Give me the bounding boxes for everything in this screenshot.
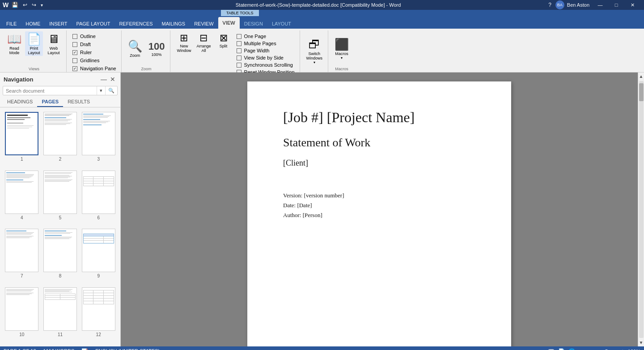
language[interactable]: ENGLISH (UNITED STATES) — [95, 348, 160, 350]
macros-button[interactable]: ⬛ Macros ▾ — [333, 37, 351, 61]
word-count: 1116 WORDS — [43, 348, 75, 350]
view-mode-web-icon[interactable]: 🌐 — [568, 348, 575, 350]
multiple-pages-check-icon — [237, 41, 242, 46]
tab-design[interactable]: DESIGN — [240, 19, 267, 29]
new-window-button[interactable]: ⊞ NewWindow — [175, 31, 193, 54]
zoom-button[interactable]: 🔍 Zoom — [126, 38, 144, 59]
read-mode-label: ReadMode — [9, 46, 20, 55]
multiple-pages-checkbox[interactable]: Multiple Pages — [235, 40, 296, 47]
page-thumb-9[interactable]: 9 — [81, 229, 116, 284]
document-page: [Job #] [Project Name] Statement of Work… — [247, 81, 511, 346]
one-page-checkbox[interactable]: One Page — [235, 33, 296, 39]
page-thumb-6[interactable]: 6 — [81, 171, 116, 226]
page-thumb-8[interactable]: 8 — [43, 229, 78, 284]
vertical-scrollbar[interactable]: ▲ ▼ — [638, 73, 644, 346]
nav-tab-pages[interactable]: PAGES — [37, 97, 63, 107]
page-width-checkbox[interactable]: Page Width — [235, 47, 296, 54]
spell-check-icon[interactable]: 📝 — [81, 348, 88, 350]
zoom-minus-button[interactable]: − — [579, 348, 582, 350]
zoom-plus-button[interactable]: + — [621, 348, 624, 350]
arrange-all-button[interactable]: ⊟ ArrangeAll — [195, 31, 212, 54]
read-mode-button[interactable]: 📖 ReadMode — [5, 31, 23, 56]
tab-mailings[interactable]: MAILINGS — [157, 19, 190, 29]
document-area[interactable]: [Job #] [Project Name] Statement of Work… — [121, 73, 638, 346]
page-thumb-12[interactable]: 12 — [81, 287, 116, 342]
page-thumb-11[interactable]: 11 — [43, 287, 78, 342]
tab-file[interactable]: FILE — [2, 19, 21, 29]
quick-access-undo[interactable]: ↩ — [21, 1, 29, 9]
side-by-side-checkbox[interactable]: View Side by Side — [235, 55, 296, 61]
page-thumb-1[interactable]: 1 — [4, 112, 39, 167]
help-icon[interactable]: ? — [547, 1, 553, 9]
read-mode-icon: 📖 — [7, 32, 21, 46]
page-width-label: Page Width — [244, 48, 270, 53]
page-num-8: 8 — [59, 273, 62, 278]
web-layout-label: WebLayout — [47, 46, 59, 55]
nav-search-dropdown[interactable]: ▾ — [97, 86, 105, 95]
page-thumb-3[interactable]: 3 — [81, 112, 116, 167]
quick-access-save[interactable]: 💾 — [10, 1, 20, 9]
sync-scroll-label: Synchronous Scrolling — [244, 62, 293, 68]
page-num-5: 5 — [59, 215, 62, 220]
page-thumb-4[interactable]: 4 — [4, 171, 39, 226]
view-mode-print-icon[interactable]: 📄 — [558, 348, 565, 350]
tab-home[interactable]: HOME — [21, 19, 45, 29]
view-mode-read-icon[interactable]: 📖 — [548, 348, 555, 350]
minimize-button[interactable]: — — [592, 0, 608, 10]
title-bar: W 💾 ↩ ↪ ▾ Statement-of-work-(Sow)-templa… — [0, 0, 644, 10]
tab-review[interactable]: REVIEW — [190, 19, 218, 29]
nav-search-input[interactable] — [3, 87, 97, 95]
outline-checkbox[interactable]: Outline — [71, 33, 97, 39]
web-layout-button[interactable]: 🖥 WebLayout — [45, 31, 63, 56]
print-layout-button[interactable]: 📄 PrintLayout — [25, 31, 43, 56]
tab-page-layout[interactable]: PAGE LAYOUT — [72, 19, 114, 29]
nav-tab-headings[interactable]: HEADINGS — [3, 97, 37, 107]
page-thumb-2[interactable]: 2 — [43, 112, 78, 167]
scroll-thumb[interactable] — [639, 83, 644, 101]
nav-tab-results[interactable]: RESULTS — [63, 97, 94, 107]
new-window-icon: ⊞ — [180, 32, 188, 44]
tab-layout[interactable]: LAYOUT — [267, 19, 296, 29]
draft-checkbox[interactable]: Draft — [71, 41, 92, 47]
tab-references[interactable]: REFERENCES — [114, 19, 157, 29]
page-thumb-7[interactable]: 7 — [4, 229, 39, 284]
tab-view[interactable]: VIEW — [218, 17, 240, 29]
draft-label: Draft — [80, 42, 91, 47]
gridlines-check-icon — [72, 58, 77, 63]
nav-close-button[interactable]: ✕ — [109, 75, 117, 83]
zoom-slider[interactable]: − + — [579, 348, 624, 350]
scroll-up-arrow[interactable]: ▲ — [638, 73, 644, 80]
arrange-all-label: ArrangeAll — [196, 44, 211, 53]
ruler-label: Ruler — [80, 50, 92, 55]
zoom-100-button[interactable]: 100 100% — [147, 40, 167, 58]
page-thumb-10[interactable]: 10 — [4, 287, 39, 342]
scroll-down-arrow[interactable]: ▼ — [638, 339, 644, 346]
ruler-checkbox[interactable]: Ruler — [71, 49, 93, 55]
gridlines-checkbox[interactable]: Gridlines — [71, 57, 101, 64]
quick-access-redo[interactable]: ↪ — [30, 1, 38, 9]
ribbon-group-macros: ⬛ Macros ▾ Macros — [329, 30, 354, 72]
nav-pane-checkbox[interactable]: Navigation Pane — [71, 65, 118, 72]
page-info: PAGE 1 OF 12 — [4, 348, 36, 350]
nav-title: Navigation — [4, 76, 33, 83]
scroll-track[interactable] — [639, 81, 644, 338]
macros-icon: ⬛ — [335, 38, 349, 51]
split-icon: ⊠ — [220, 32, 228, 44]
nav-pin-button[interactable]: — — [100, 75, 108, 83]
tab-insert[interactable]: INSERT — [45, 19, 72, 29]
split-button[interactable]: ⊠ Split — [215, 31, 233, 49]
outline-check-icon — [72, 34, 77, 39]
page-num-12: 12 — [96, 332, 101, 337]
page-thumb-5[interactable]: 5 — [43, 171, 78, 226]
doc-date: Date: [Date] — [283, 202, 484, 209]
document-area-wrapper: [Job #] [Project Name] Statement of Work… — [121, 73, 644, 346]
quick-access-more[interactable]: ▾ — [39, 2, 44, 8]
new-window-label: NewWindow — [177, 44, 191, 53]
page-num-4: 4 — [21, 215, 23, 220]
switch-windows-button[interactable]: 🗗 SwitchWindows ▾ — [305, 37, 325, 65]
close-button[interactable]: ✕ — [624, 0, 640, 10]
multiple-pages-label: Multiple Pages — [244, 41, 276, 46]
maximize-button[interactable]: □ — [608, 0, 624, 10]
nav-search-button[interactable]: 🔍 — [105, 86, 117, 95]
sync-scroll-checkbox[interactable]: Synchronous Scrolling — [235, 62, 296, 68]
